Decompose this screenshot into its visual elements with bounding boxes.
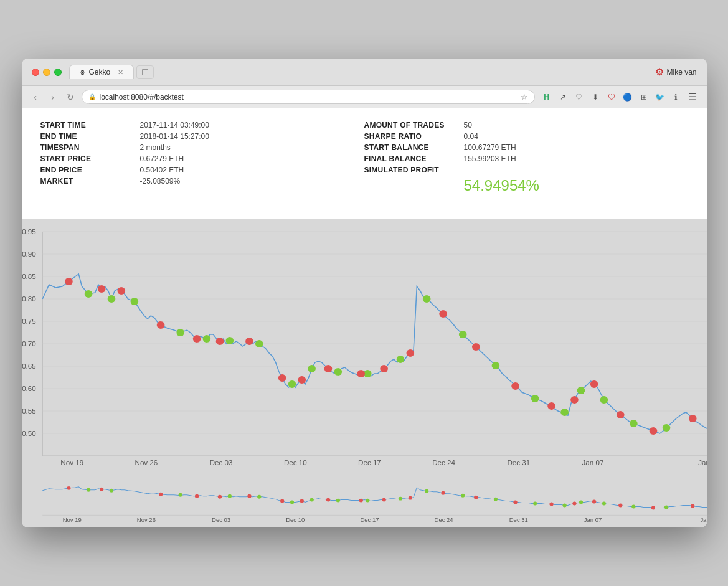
svg-text:Nov 19: Nov 19 xyxy=(60,459,83,466)
svg-text:0.60: 0.60 xyxy=(22,385,36,392)
svg-point-60 xyxy=(511,382,519,390)
market-label: MARKET xyxy=(40,177,140,186)
svg-point-65 xyxy=(649,427,657,435)
svg-point-23 xyxy=(84,290,92,298)
svg-text:Dec 03: Dec 03 xyxy=(212,517,230,523)
svg-point-63 xyxy=(590,380,598,388)
svg-text:Dec 03: Dec 03 xyxy=(209,459,232,466)
svg-point-36 xyxy=(458,331,466,338)
svg-point-90 xyxy=(533,502,537,506)
end-price-row: END PRICE 0.50402 ETH xyxy=(40,166,364,174)
svg-point-29 xyxy=(255,340,263,347)
svg-point-59 xyxy=(471,343,480,351)
title-bar: ⚙ Gekko ✕ □ ⚙ Mike van xyxy=(22,59,707,86)
svg-point-32 xyxy=(334,368,342,376)
svg-point-98 xyxy=(100,488,103,491)
final-balance-row: FINAL BALANCE 155.99203 ETH xyxy=(364,154,688,163)
info-icon[interactable]: ℹ xyxy=(669,90,683,104)
tab-close-icon[interactable]: ✕ xyxy=(118,69,123,77)
svg-text:0.95: 0.95 xyxy=(22,228,36,235)
svg-point-107 xyxy=(382,498,385,502)
refresh-button[interactable]: ↻ xyxy=(64,91,77,103)
extensions-icon[interactable]: H xyxy=(540,90,554,104)
forward-button[interactable]: › xyxy=(47,91,59,103)
start-balance-row: START BALANCE 100.67279 ETH xyxy=(364,143,688,152)
pocket-icon[interactable]: ⬇ xyxy=(589,90,602,104)
svg-point-110 xyxy=(474,496,478,499)
maximize-button[interactable] xyxy=(54,69,62,76)
svg-point-88 xyxy=(461,494,465,498)
svg-text:0.85: 0.85 xyxy=(22,273,36,280)
svg-point-83 xyxy=(310,498,313,502)
svg-point-109 xyxy=(441,491,445,495)
menu-icon[interactable]: ☰ xyxy=(686,90,699,104)
svg-point-43 xyxy=(662,424,670,432)
svg-point-80 xyxy=(227,494,231,498)
svg-text:Jan 07: Jan 07 xyxy=(582,459,603,466)
end-time-label: END TIME xyxy=(40,132,140,141)
url-text: localhost:8080/#/backtest xyxy=(100,93,517,102)
svg-point-66 xyxy=(688,415,696,422)
start-balance-label: START BALANCE xyxy=(364,143,464,152)
svg-text:Jan 14: Jan 14 xyxy=(700,517,707,523)
share-icon[interactable]: ↗ xyxy=(556,90,570,104)
new-tab-button[interactable]: □ xyxy=(136,65,154,79)
sharpe-ratio-label: SHARPE RATIO xyxy=(364,132,464,141)
svg-point-108 xyxy=(408,496,412,500)
svg-point-106 xyxy=(359,499,362,503)
back-button[interactable]: ‹ xyxy=(29,91,42,103)
svg-point-101 xyxy=(217,495,221,499)
browser-toolbar: H ↗ ♡ ⬇ 🛡 🔵 ⊞ 🐦 ℹ ☰ xyxy=(540,90,699,104)
plugin1-icon[interactable]: 🔵 xyxy=(621,90,635,104)
content-area: START TIME 2017-11-14 03:49:00 END TIME … xyxy=(22,108,707,219)
svg-point-30 xyxy=(288,380,296,388)
svg-point-97 xyxy=(67,486,70,490)
simulated-profit-display: 54.94954% xyxy=(364,177,688,194)
end-price-value: 0.50402 ETH xyxy=(140,166,184,174)
svg-point-114 xyxy=(592,500,595,504)
svg-point-99 xyxy=(158,493,162,496)
svg-point-57 xyxy=(406,349,414,357)
start-price-value: 0.67279 ETH xyxy=(140,154,184,163)
svg-point-41 xyxy=(600,396,608,404)
svg-text:0.80: 0.80 xyxy=(22,295,36,303)
address-bar[interactable]: 🔒 localhost:8080/#/backtest ☆ xyxy=(82,90,535,104)
close-button[interactable] xyxy=(32,69,39,76)
amount-trades-row: AMOUNT OF TRADES 50 xyxy=(364,121,688,130)
svg-text:Dec 24: Dec 24 xyxy=(432,459,455,466)
svg-point-35 xyxy=(422,295,430,303)
svg-text:0.70: 0.70 xyxy=(22,340,36,347)
svg-point-28 xyxy=(225,337,234,344)
svg-point-89 xyxy=(493,498,497,501)
svg-point-113 xyxy=(572,502,576,506)
svg-point-79 xyxy=(178,493,182,497)
svg-point-38 xyxy=(531,395,539,402)
svg-text:0.90: 0.90 xyxy=(22,250,36,258)
svg-text:Nov 26: Nov 26 xyxy=(135,459,158,466)
final-balance-label: FINAL BALANCE xyxy=(364,154,464,163)
svg-text:0.65: 0.65 xyxy=(22,362,36,370)
lock-icon: 🔒 xyxy=(88,93,96,100)
simulated-profit-row: SIMULATED PROFIT xyxy=(364,166,688,174)
svg-point-58 xyxy=(439,310,447,318)
bookmark-icon[interactable]: ☆ xyxy=(521,92,528,102)
start-price-label: START PRICE xyxy=(40,154,140,163)
svg-point-49 xyxy=(192,335,201,343)
twitter-icon[interactable]: 🐦 xyxy=(653,90,667,104)
bookmark-manager-icon[interactable]: ♡ xyxy=(572,90,586,104)
minimize-button[interactable] xyxy=(43,69,50,76)
svg-point-54 xyxy=(324,365,332,372)
plugin2-icon[interactable]: ⊞ xyxy=(637,90,651,104)
active-tab[interactable]: ⚙ Gekko ✕ xyxy=(69,65,135,79)
timespan-row: TIMESPAN 2 months xyxy=(40,143,364,152)
stats-grid: START TIME 2017-11-14 03:49:00 END TIME … xyxy=(40,121,688,194)
shield-icon[interactable]: 🛡 xyxy=(605,90,618,104)
svg-point-64 xyxy=(616,411,624,418)
favicon-icon: ⚙ xyxy=(80,69,85,76)
chart-container: 0.95 0.90 0.85 0.80 0.75 0.70 0.65 xyxy=(22,219,707,527)
mini-chart-svg: Nov 19 Nov 26 Dec 03 Dec 10 Dec 17 Dec 2… xyxy=(22,481,707,527)
svg-point-26 xyxy=(176,329,184,336)
user-info: ⚙ Mike van xyxy=(655,66,696,78)
svg-point-115 xyxy=(618,504,622,508)
svg-point-104 xyxy=(300,499,303,503)
